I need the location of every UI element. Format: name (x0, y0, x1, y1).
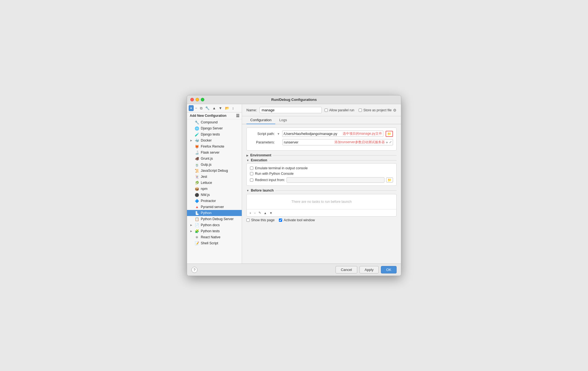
show-page-checkbox[interactable] (246, 218, 250, 222)
sidebar-item-label: Docker (201, 139, 240, 142)
sidebar-item-python-tests[interactable]: ▶ 🧩 Python tests (187, 228, 242, 234)
execution-section: ▼ Execution Emulate terminal in output c… (246, 158, 397, 186)
sidebar-item-python-debug-server[interactable]: 📋 Python Debug Server (187, 216, 242, 222)
params-add-btn[interactable]: + (386, 140, 388, 145)
sidebar-settings-icon[interactable]: ☰ (236, 113, 240, 118)
redirect-browse-btn[interactable]: 📁 (386, 178, 393, 182)
sidebar-item-js-debug[interactable]: 📜 JavaScript Debug (187, 168, 242, 174)
name-label: Name: (246, 108, 257, 112)
execution-section-header[interactable]: ▼ Execution (246, 158, 397, 162)
sidebar-item-grunt[interactable]: 🐗 Grunt.js (187, 156, 242, 162)
add-config-button[interactable]: + (189, 105, 194, 111)
copy-config-button[interactable]: ⧉ (199, 106, 204, 111)
redirect-checkbox[interactable] (250, 178, 253, 182)
activate-tool-row: Activate tool window (279, 218, 315, 222)
before-up-btn[interactable]: ▲ (263, 211, 268, 215)
before-launch-header[interactable]: ▼ Before launch (246, 189, 397, 192)
activate-tool-label: Activate tool window (284, 218, 315, 222)
tab-logs[interactable]: Logs (275, 116, 291, 124)
tab-configuration[interactable]: Configuration (246, 116, 275, 124)
grunt-icon: 🐗 (195, 156, 199, 161)
sidebar-item-label: Compound (201, 120, 240, 124)
sidebar-item-docker[interactable]: ▶ 🐳 Docker (187, 137, 242, 143)
allow-parallel-checkbox[interactable] (325, 109, 328, 112)
before-add-btn[interactable]: + (248, 211, 252, 215)
sidebar-item-gulp[interactable]: 🍵 Gulp.js (187, 162, 242, 168)
sidebar-item-protractor[interactable]: 🔷 Protractor (187, 198, 242, 204)
flask-icon: 🍶 (195, 150, 199, 155)
dialog-title: Run/Debug Configurations (271, 98, 317, 102)
sidebar-item-django-tests[interactable]: 🧪 Django tests (187, 131, 242, 137)
sort-button[interactable]: ↕ (231, 106, 235, 111)
django-server-icon: 🌐 (195, 126, 199, 131)
folder-button[interactable]: 📂 (224, 106, 230, 111)
before-down-btn[interactable]: ▼ (268, 211, 274, 215)
name-input[interactable] (260, 107, 322, 113)
script-path-dropdown[interactable]: ▼ (277, 132, 280, 135)
emulate-terminal-label: Emulate terminal in output console (255, 166, 308, 170)
dialog-body: + − ⧉ 🔧 ▲ ▼ 📂 ↕ Add New Configuration ☰ … (187, 104, 401, 264)
tabs: Configuration Logs (242, 116, 401, 124)
gulp-icon: 🍵 (195, 162, 199, 167)
run-debug-dialog: Run/Debug Configurations + − ⧉ 🔧 ▲ ▼ 📂 ↕… (187, 95, 401, 276)
browse-script-button[interactable]: 📁 (386, 131, 393, 137)
sidebar-item-python[interactable]: 🐍 Python (187, 210, 242, 216)
minimize-button[interactable] (196, 98, 199, 101)
sidebar-item-pyramid[interactable]: 🔺 Pyramid server (187, 204, 242, 210)
script-path-annotation: 选中项目的manage.py文件 (343, 131, 382, 136)
sidebar-item-django-server[interactable]: 🌐 Django Server (187, 125, 242, 131)
python-console-checkbox[interactable] (250, 172, 253, 175)
environment-section-header[interactable]: ▶ Environment (246, 153, 397, 157)
show-page-row: Show this page (246, 218, 274, 222)
parameters-value: runserver (284, 140, 333, 144)
wrench-button[interactable]: 🔧 (204, 106, 211, 111)
sidebar-item-python-docs[interactable]: ▶ 📄 Python docs (187, 222, 242, 228)
sidebar-item-label: Gulp.js (201, 163, 240, 167)
emulate-terminal-checkbox[interactable] (250, 167, 253, 170)
sidebar-item-compound[interactable]: 🔧 Compound (187, 119, 242, 125)
python-docs-icon: 📄 (195, 223, 199, 227)
cancel-button[interactable]: Cancel (336, 266, 357, 273)
sidebar-item-react-native[interactable]: ⚛ React Native (187, 234, 242, 240)
before-launch-content: There are no tasks to run before launch … (246, 194, 397, 217)
before-remove-btn[interactable]: − (253, 211, 257, 215)
sidebar-item-label: npm (201, 187, 240, 191)
remove-config-button[interactable]: − (194, 106, 199, 111)
store-project-checkbox[interactable] (359, 109, 362, 112)
move-up-button[interactable]: ▲ (211, 106, 217, 111)
python-console-row: Run with Python Console (250, 172, 393, 176)
before-edit-btn[interactable]: ✎ (257, 211, 262, 215)
activate-tool-checkbox[interactable] (279, 218, 282, 222)
maximize-button[interactable] (201, 98, 204, 101)
before-launch-arrow: ▼ (246, 189, 249, 192)
close-button[interactable] (190, 98, 194, 101)
execution-title: Execution (251, 158, 267, 162)
sidebar-item-shell-script[interactable]: 📝 Shell Script (187, 240, 242, 246)
apply-button[interactable]: Apply (359, 266, 379, 273)
script-params-box: Script path: ▼ /Users/Hao/hellodjango/ma… (246, 128, 397, 151)
sidebar-list: 🔧 Compound 🌐 Django Server 🧪 Django test… (187, 119, 242, 264)
config-content: Script path: ▼ /Users/Hao/hellodjango/ma… (242, 124, 401, 264)
sidebar-item-label: NW.js (201, 193, 240, 197)
sidebar-item-jest[interactable]: 🃏 Jest (187, 174, 242, 180)
parameters-row: Parameters: runserver 添加runserver参数启动测试服… (250, 139, 393, 145)
params-expand-btn[interactable]: ⤢ (389, 140, 392, 144)
gear-icon[interactable]: ⚙ (393, 108, 397, 112)
footer-buttons: Cancel Apply OK (336, 266, 397, 273)
sidebar-item-nwjs[interactable]: ⚫ NW.js (187, 192, 242, 198)
section-divider (275, 190, 397, 191)
script-path-label: Script path: (250, 132, 275, 136)
sidebar-item-firefox[interactable]: 🦊 Firefox Remote (187, 143, 242, 149)
ok-button[interactable]: OK (381, 266, 397, 273)
bottom-options: Show this page Activate tool window (246, 217, 397, 224)
sidebar-item-flask[interactable]: 🍶 Flask server (187, 149, 242, 156)
help-button[interactable]: ? (191, 267, 197, 273)
sidebar-item-label: Django Server (201, 126, 240, 130)
move-down-button[interactable]: ▼ (218, 106, 223, 111)
redirect-input[interactable] (287, 177, 384, 183)
sidebar-item-label: Django tests (201, 132, 240, 136)
sidebar-item-npm[interactable]: 📦 npm (187, 186, 242, 192)
sidebar: + − ⧉ 🔧 ▲ ▼ 📂 ↕ Add New Configuration ☰ … (187, 104, 242, 264)
sidebar-item-label: Lettuce (201, 181, 240, 185)
sidebar-item-lettuce[interactable]: 🥬 Lettuce (187, 180, 242, 186)
